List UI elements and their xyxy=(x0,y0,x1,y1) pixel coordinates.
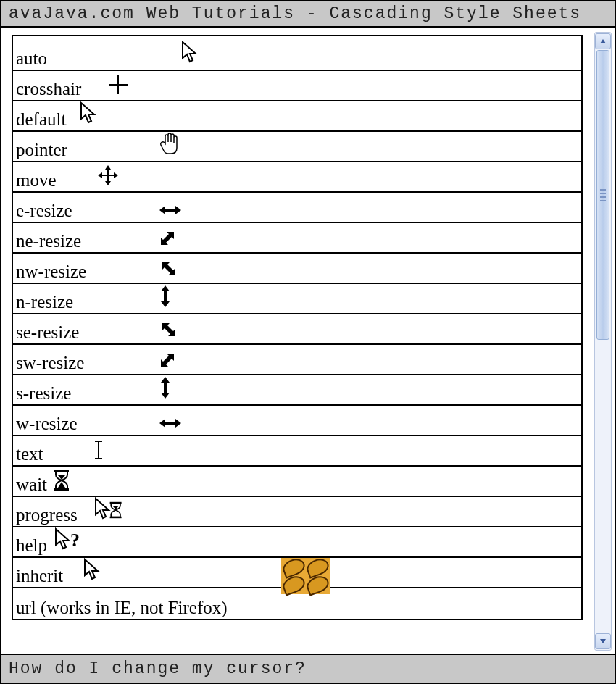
cursor-label: url (works in IE, not Firefox) xyxy=(16,598,228,618)
cursor-label: inherit xyxy=(16,566,63,586)
cursor-label: text xyxy=(16,444,43,464)
hand-cursor-icon xyxy=(158,132,180,161)
scroll-up-button[interactable] xyxy=(595,33,611,49)
status-text: How do I change my cursor? xyxy=(9,659,307,678)
cursor-row-wait[interactable]: wait xyxy=(13,467,581,497)
cursor-table: autocrosshairdefaultpointermovee-resizen… xyxy=(12,35,583,620)
cursor-label: pointer xyxy=(16,140,67,160)
scroll-thumb[interactable] xyxy=(596,50,609,340)
cursor-label: w-resize xyxy=(16,414,78,434)
cursor-label: move xyxy=(16,170,57,191)
cursor-label: crosshair xyxy=(16,79,81,99)
arrow-cursor-icon xyxy=(180,41,200,70)
crosshair-cursor-icon xyxy=(107,74,129,100)
svg-rect-2 xyxy=(54,470,69,472)
cursor-label: auto xyxy=(16,49,47,69)
arrow-cursor-icon xyxy=(82,558,102,587)
cursor-row-move[interactable]: move xyxy=(13,162,581,193)
ne-resize-cursor-icon xyxy=(158,228,178,252)
cursor-label: e-resize xyxy=(16,201,72,221)
cursor-label: s-resize xyxy=(16,383,71,404)
cursor-label: nw-resize xyxy=(16,262,86,282)
cursor-row-progress[interactable]: progress xyxy=(13,497,581,527)
cursor-row-e-resize[interactable]: e-resize xyxy=(13,193,581,223)
svg-rect-4 xyxy=(110,502,122,504)
svg-text:?: ? xyxy=(70,530,80,551)
v-resize-cursor-icon xyxy=(158,284,172,313)
cursor-label: default xyxy=(16,109,66,130)
move-cursor-icon xyxy=(96,164,120,191)
cursor-row-sw-resize[interactable]: sw-resize xyxy=(13,345,581,375)
svg-rect-5 xyxy=(110,517,122,518)
cursor-row-inherit[interactable]: inherit xyxy=(13,558,581,588)
cursor-row-w-resize[interactable]: w-resize xyxy=(13,406,581,436)
cursor-row-help[interactable]: help? xyxy=(13,527,581,558)
help-cursor-icon: ? xyxy=(53,527,82,556)
cursor-row-se-resize[interactable]: se-resize xyxy=(13,314,581,345)
cursor-row-crosshair[interactable]: crosshair xyxy=(13,71,581,101)
window-titlebar: avaJava.com Web Tutorials - Cascading St… xyxy=(1,1,615,28)
cursor-row-auto[interactable]: auto xyxy=(13,41,581,71)
cursor-label: help xyxy=(16,535,47,556)
cursor-row-nw-resize[interactable]: nw-resize xyxy=(13,254,581,284)
cursor-row-s-resize[interactable]: s-resize xyxy=(13,375,581,406)
cursor-label: ne-resize xyxy=(16,231,81,251)
scroll-track[interactable] xyxy=(595,50,611,633)
arrow-cursor-icon xyxy=(78,101,99,130)
status-bar: How do I change my cursor? xyxy=(1,654,615,683)
vertical-scrollbar[interactable] xyxy=(594,32,612,651)
cursor-label: progress xyxy=(16,505,78,525)
cursor-label: se-resize xyxy=(16,322,79,343)
cursor-row-ne-resize[interactable]: ne-resize xyxy=(13,223,581,254)
cursor-label: n-resize xyxy=(16,292,73,312)
text-cursor-icon xyxy=(93,439,104,465)
window-body: autocrosshairdefaultpointermovee-resizen… xyxy=(1,28,615,654)
cursor-row-text[interactable]: text xyxy=(13,436,581,467)
cursor-label: sw-resize xyxy=(16,353,84,373)
nw-resize-cursor-icon xyxy=(158,319,178,343)
nw-resize-cursor-icon xyxy=(158,258,178,283)
wait-cursor-icon xyxy=(53,470,70,496)
h-resize-cursor-icon xyxy=(158,414,183,435)
cursor-label: wait xyxy=(16,475,47,495)
cursor-row-n-resize[interactable]: n-resize xyxy=(13,284,581,314)
cursor-row-default[interactable]: default xyxy=(13,101,581,132)
scroll-down-button[interactable] xyxy=(595,633,611,649)
svg-rect-3 xyxy=(54,488,69,491)
cursor-row-pointer[interactable]: pointer xyxy=(13,132,581,162)
window-title: avaJava.com Web Tutorials - Cascading St… xyxy=(9,4,581,23)
progress-cursor-icon xyxy=(93,497,125,526)
ne-resize-cursor-icon xyxy=(158,349,178,374)
custom-cursor-image-icon xyxy=(281,558,330,594)
h-resize-cursor-icon xyxy=(158,201,183,222)
v-resize-cursor-icon xyxy=(158,375,172,404)
